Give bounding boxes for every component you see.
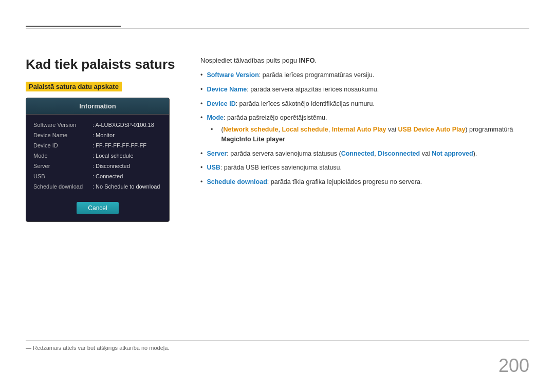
info-value: : Disconnected [92,163,130,169]
bullet-list: Software Version: parāda ierīces program… [200,70,529,187]
info-dialog-body: Software Version: A-LUBXGDSP-0100.18Devi… [26,115,169,197]
list-item: Device Name: parāda servera atpazītās ie… [200,85,529,95]
info-label: Server [33,163,92,169]
info-dialog-title: Information [26,98,169,115]
info-label: Mode [33,153,92,159]
main-title: Kad tiek palaists saturs [26,57,185,72]
intro-text: Nospiediet tālvadības pults pogu INFO. [200,57,529,64]
info-value: : FF-FF-FF-FF-FF-FF [92,142,146,148]
list-item: Mode: parāda pašreizējo operētājsistēmu. [200,113,529,123]
info-row: Schedule download: No Schedule to downlo… [33,181,162,192]
list-item: Software Version: parāda ierīces program… [200,70,529,80]
list-item: USB: parāda USB ierīces savienojuma stat… [200,163,529,173]
list-item: Schedule download: parāda tīkla grafika … [200,177,529,187]
info-label: USB [33,173,92,179]
cancel-button[interactable]: Cancel [77,202,118,214]
info-value: : Monitor [92,132,115,138]
list-item: Server: parāda servera savienojuma statu… [200,149,529,159]
list-item: (Network schedule, Local schedule, Inter… [200,125,529,144]
info-label: Software Version [33,122,92,128]
note-section: ― Redzamais attēls var būt atšķirīgs atk… [26,340,529,351]
info-row: Server: Disconnected [33,161,162,171]
intro-bold: INFO [299,57,315,64]
info-row: Device Name: Monitor [33,130,162,140]
note-text: ― Redzamais attēls var būt atšķirīgs atk… [26,345,529,351]
info-value: : No Schedule to download [92,183,160,190]
intro-text-body: Nospiediet tālvadības pults pogu [200,57,299,64]
info-dialog-footer: Cancel [26,197,169,221]
list-item: Device ID: parāda ierīces sākotnējo iden… [200,99,529,109]
info-label: Schedule download [33,183,92,190]
page-number: 200 [498,355,529,377]
info-row: Mode: Local schedule [33,151,162,161]
info-label: Device Name [33,132,92,138]
info-value: : A-LUBXGDSP-0100.18 [92,122,154,128]
info-label: Device ID [33,142,92,148]
accent-line [26,26,121,27]
right-column: Nospiediet tālvadības pults pogu INFO. S… [200,57,529,222]
info-value: : Connected [92,173,123,179]
left-column: Kad tiek palaists saturs Palaistā satura… [26,57,185,222]
info-value: : Local schedule [92,153,134,159]
top-line [26,28,529,29]
section-label: Palaistā satura datu apskate [26,82,122,91]
info-row: Device ID: FF-FF-FF-FF-FF-FF [33,140,162,151]
info-row: Software Version: A-LUBXGDSP-0100.18 [33,120,162,130]
info-row: USB: Connected [33,171,162,181]
info-dialog: Information Software Version: A-LUBXGDSP… [26,98,170,222]
